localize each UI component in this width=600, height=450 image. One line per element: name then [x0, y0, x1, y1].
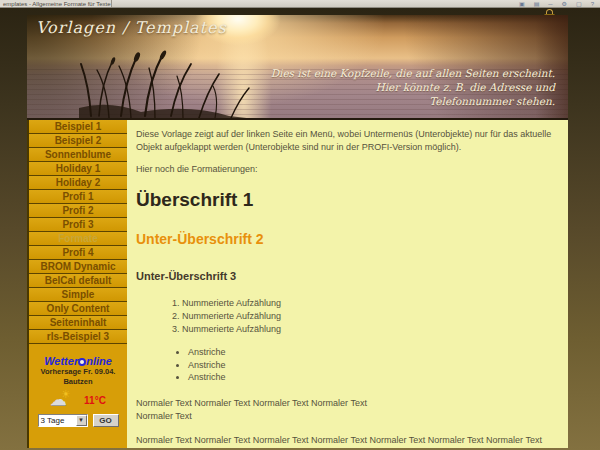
- numbered-list-item: Nummerierte Aufzählung: [182, 297, 556, 310]
- screen: emplates - Allgemeine Formate für Texte …: [0, 0, 600, 450]
- forecast-row: ☀ ☁ 11°C: [29, 390, 127, 410]
- sidebar-item-profi-3[interactable]: Profi 3: [29, 218, 127, 232]
- sidebar-item-seiteninhalt[interactable]: Seiteninhalt: [29, 316, 127, 330]
- bullet-list-item: Anstriche: [188, 346, 556, 359]
- tagline-line-3: Telefonnummer stehen.: [271, 94, 555, 108]
- numbered-list-item: Nummerierte Aufzählung: [182, 323, 556, 336]
- weather-widget: Wetternline Vorhersage Fr. 09.04. Bautze…: [29, 355, 127, 427]
- header-tagline: Dies ist eine Kopfzeile, die auf allen S…: [271, 66, 555, 108]
- forecast-date: Vorhersage Fr. 09.04.: [29, 367, 127, 377]
- logo-prefix: Wetter: [44, 355, 78, 367]
- selected-range: 3 Tage: [39, 415, 76, 426]
- sidebar-item-holiday-1[interactable]: Holiday 1: [29, 162, 127, 176]
- forecast-city: Bautzen: [29, 377, 127, 387]
- sidebar-menu: Beispiel 1 Beispiel 2 Sonnenblume Holida…: [27, 120, 127, 448]
- sidebar-item-rls-beispiel-3[interactable]: rls-Beispiel 3: [29, 330, 127, 344]
- intro-paragraph: Diese Vorlage zeigt auf der linken Seite…: [136, 128, 556, 153]
- folder-icon[interactable]: ▤: [534, 0, 540, 8]
- sidebar-item-holiday-2[interactable]: Holiday 2: [29, 176, 127, 190]
- normal-text-block: Normaler Text Normaler Text Normaler Tex…: [136, 397, 556, 422]
- temperature-value: 11°C: [84, 395, 106, 406]
- sidebar-item-formate-active[interactable]: Formate: [29, 232, 127, 246]
- main-content: Diese Vorlage zeigt auf der linken Seite…: [127, 120, 568, 448]
- tagline-line-1: Dies ist eine Kopfzeile, die auf allen S…: [271, 66, 555, 80]
- cloud-icon: ☁: [50, 389, 67, 410]
- header-image: Vorlagen / Templates Dies ist eine Kopfz…: [27, 15, 568, 120]
- page-title: Vorlagen / Templates: [36, 18, 227, 37]
- normal-text-line2: Normaler Text: [136, 411, 192, 421]
- heading-2: Unter-Überschrift 2: [136, 230, 556, 250]
- heading-3: Unter-Überschrift 3: [136, 269, 556, 284]
- bookmark-icon[interactable]: ▣: [519, 0, 525, 8]
- sun-o-icon: [78, 358, 86, 366]
- site-container: Vorlagen / Templates Dies ist eine Kopfz…: [27, 15, 568, 450]
- browser-tab[interactable]: emplates - Allgemeine Formate für Texte …: [0, 0, 112, 8]
- go-button[interactable]: GO: [93, 414, 119, 427]
- wetteronline-logo[interactable]: Wetternline: [29, 355, 127, 367]
- bullet-list-item: Anstriche: [188, 371, 556, 384]
- tagline-line-2: Hier könnte z. B. die Adresse und: [271, 80, 555, 94]
- normal-text-line1: Normaler Text Normaler Text Normaler Tex…: [136, 398, 367, 408]
- formats-line: Hier noch die Formatierungen:: [136, 163, 556, 176]
- forecast-range-select[interactable]: 3 Tage ▼: [38, 414, 88, 427]
- numbered-list: Nummerierte Aufzählung Nummerierte Aufzä…: [136, 297, 556, 335]
- sidebar-item-profi-4[interactable]: Profi 4: [29, 246, 127, 260]
- browser-toolbar-icons: ▣ ▤ ─ ⚙ ▢ ?: [519, 0, 600, 8]
- sidebar-item-simple[interactable]: Simple: [29, 288, 127, 302]
- body-row: Beispiel 1 Beispiel 2 Sonnenblume Holida…: [27, 120, 568, 448]
- heading-1: Überschrift 1: [136, 187, 556, 214]
- sidebar-item-belcal-default[interactable]: BelCal default: [29, 274, 127, 288]
- sidebar-item-profi-2[interactable]: Profi 2: [29, 204, 127, 218]
- window-icon[interactable]: ▢: [576, 0, 582, 8]
- browser-title-bar: emplates - Allgemeine Formate für Texte …: [0, 0, 600, 8]
- sidebar-item-brom-dynamic[interactable]: BROM Dynamic: [29, 260, 127, 274]
- cloud-sun-icon: ☀ ☁: [50, 392, 76, 408]
- sidebar-item-profi-1[interactable]: Profi 1: [29, 190, 127, 204]
- normal-text-paragraph: Normaler Text Normaler Text Normaler Tex…: [136, 434, 556, 448]
- minimize-icon[interactable]: ─: [548, 0, 552, 8]
- sidebar-item-only-content[interactable]: Only Content: [29, 302, 127, 316]
- weather-controls: 3 Tage ▼ GO: [29, 414, 127, 427]
- help-icon[interactable]: ?: [591, 0, 594, 8]
- numbered-list-item: Nummerierte Aufzählung: [182, 310, 556, 323]
- page-background: Vorlagen / Templates Dies ist eine Kopfz…: [0, 8, 600, 450]
- bullet-list: Anstriche Anstriche Anstriche: [136, 346, 556, 384]
- sidebar-item-sonnenblume[interactable]: Sonnenblume: [29, 148, 127, 162]
- settings-icon[interactable]: ⚙: [562, 0, 567, 8]
- bullet-list-item: Anstriche: [188, 359, 556, 372]
- beach-grass-silhouette: [79, 46, 264, 120]
- sidebar-item-beispiel-2[interactable]: Beispiel 2: [29, 134, 127, 148]
- logo-suffix: nline: [86, 355, 112, 367]
- sidebar-item-beispiel-1[interactable]: Beispiel 1: [29, 120, 127, 134]
- chevron-down-icon[interactable]: ▼: [76, 415, 87, 426]
